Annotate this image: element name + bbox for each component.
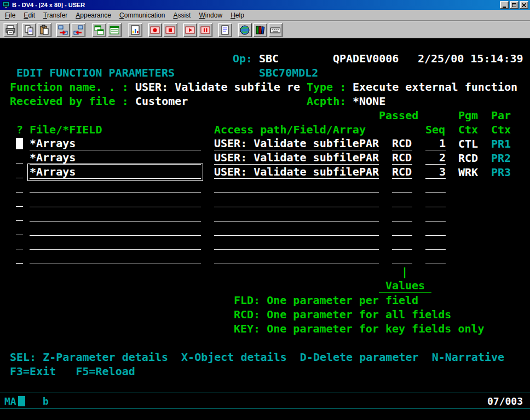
- seq-input-field[interactable]: [425, 237, 446, 250]
- file-input-field[interactable]: [30, 251, 201, 264]
- file-header: File/*FIELD: [30, 122, 102, 137]
- minimize-button[interactable]: [500, 1, 509, 9]
- acpth-value: *NONE: [353, 94, 385, 108]
- seq-input-field[interactable]: [425, 194, 446, 207]
- file-input-field[interactable]: [30, 223, 201, 236]
- maximize-button[interactable]: [510, 1, 519, 9]
- copy-button[interactable]: [22, 23, 36, 37]
- passed-input-field[interactable]: RCD: [392, 151, 412, 165]
- access-path-value: USER: Validate subfilePAR: [214, 165, 379, 178]
- pause-macro-icon: [200, 25, 211, 36]
- window-list-button[interactable]: [107, 23, 122, 37]
- close-button[interactable]: [520, 1, 528, 9]
- seq-input-field[interactable]: [425, 251, 446, 264]
- sel-input-field[interactable]: [16, 223, 23, 235]
- maximize-icon: [512, 3, 516, 7]
- file-value: *Arrays: [30, 165, 76, 178]
- play-macro-button[interactable]: [183, 23, 197, 37]
- passed-input-field[interactable]: RCD: [392, 137, 412, 150]
- sel-input-field[interactable]: [16, 251, 23, 264]
- passed-input-field[interactable]: [392, 237, 412, 250]
- received-by-row: Received by file : Customer Acpth: *NONE: [0, 94, 530, 108]
- web-browser-button[interactable]: [238, 23, 252, 37]
- file-input-field[interactable]: *Arrays: [30, 151, 201, 165]
- title-bar: B - DV4 - [24 x 80] - USER: [0, 0, 530, 10]
- menu-communication[interactable]: Communication: [119, 11, 165, 19]
- chart-icon: [130, 25, 141, 36]
- paste-button[interactable]: [37, 23, 51, 37]
- par-ctx-value: PR3: [491, 165, 511, 179]
- menu-edit[interactable]: Edit: [24, 11, 35, 19]
- access-path-input-field[interactable]: USER: Validate subfilePAR: [214, 151, 379, 165]
- record-macro-icon: [149, 25, 160, 36]
- keyboard-map-button[interactable]: [268, 23, 283, 37]
- passed-input-field[interactable]: [392, 223, 412, 236]
- stop-macro-icon: [165, 25, 176, 36]
- passed-input-field[interactable]: [392, 251, 412, 264]
- chart-button[interactable]: [128, 23, 142, 37]
- library-button[interactable]: [253, 23, 267, 37]
- menu-help[interactable]: Help: [231, 11, 244, 19]
- menu-assist[interactable]: Assist: [173, 11, 191, 19]
- print-screen-button[interactable]: [3, 23, 18, 37]
- receive-file-button[interactable]: [71, 23, 85, 37]
- seq-input-field[interactable]: [425, 223, 446, 236]
- seq-input-field[interactable]: 2: [425, 151, 446, 165]
- values-pointer: |: [401, 265, 408, 279]
- seq-input-field[interactable]: 1: [425, 137, 446, 150]
- seq-input-field[interactable]: [425, 208, 446, 221]
- terminal-screen: Op: SBC QPADEV0006 2/25/00 15:14:39 EDIT…: [0, 38, 530, 420]
- legend-row: RCD: One parameter for all fields: [0, 307, 530, 322]
- send-file-button[interactable]: [56, 23, 70, 37]
- sel-header: ?: [16, 122, 23, 137]
- sel-options-row: SEL: Z-Parameter details X-Object detail…: [0, 350, 530, 364]
- sel-input-field[interactable]: [16, 208, 23, 221]
- pause-macro-button[interactable]: [198, 23, 212, 37]
- access-path-input-field[interactable]: USER: Validate subfilePAR: [214, 166, 379, 179]
- legend-key: KEY: One parameter for key fields only: [234, 322, 485, 336]
- file-input-field[interactable]: [30, 237, 201, 250]
- sel-input-field[interactable]: [16, 166, 23, 178]
- menu-file[interactable]: File: [5, 11, 15, 19]
- record-macro-button[interactable]: [148, 23, 162, 37]
- pgm-ctx-value: RCD: [458, 151, 478, 165]
- notepad-button[interactable]: [218, 23, 232, 37]
- access-path-input-field[interactable]: [214, 180, 379, 193]
- window-list-icon: [109, 25, 120, 36]
- sel-input-field[interactable]: [16, 151, 23, 164]
- timestamp: 2/25/00 15:14:39: [418, 51, 523, 66]
- access-path-input-field[interactable]: [214, 223, 379, 236]
- table-header-row-1: Passed Pgm Par: [0, 108, 530, 122]
- send-file-icon: [57, 25, 68, 36]
- passed-input-field[interactable]: [392, 180, 412, 193]
- op-value: SBC: [259, 51, 279, 66]
- library-icon: [255, 25, 266, 36]
- sel-input-field[interactable]: [16, 180, 23, 192]
- access-path-input-field[interactable]: [214, 194, 379, 207]
- menu-window[interactable]: Window: [199, 11, 222, 19]
- passed-input-field[interactable]: [392, 194, 412, 207]
- stop-macro-button[interactable]: [163, 23, 177, 37]
- access-path-input-field[interactable]: [214, 208, 379, 221]
- passed-input-field[interactable]: [392, 208, 412, 221]
- access-path-input-field[interactable]: USER: Validate subfilePAR: [214, 137, 379, 150]
- menu-appearance[interactable]: Appearance: [76, 11, 111, 19]
- access-path-input-field[interactable]: [214, 237, 379, 250]
- screen-title: EDIT FUNCTION PARAMETERS: [16, 66, 175, 80]
- file-input-field[interactable]: [30, 180, 201, 193]
- menu-transfer[interactable]: Transfer: [43, 11, 67, 19]
- multiple-sessions-button[interactable]: [92, 23, 106, 37]
- file-input-field[interactable]: *Arrays: [30, 137, 201, 150]
- file-input-field[interactable]: [30, 208, 201, 221]
- sel-input-field[interactable]: [16, 194, 23, 207]
- file-input-field-focused[interactable]: *Arrays: [30, 166, 201, 179]
- sel-input-field[interactable]: [16, 237, 23, 249]
- seq-value: 2: [439, 151, 446, 164]
- seq-input-field[interactable]: 3: [425, 166, 446, 179]
- file-input-field[interactable]: [30, 194, 201, 207]
- legend-fld: FLD: One parameter per field: [234, 293, 418, 307]
- access-path-input-field[interactable]: [214, 251, 379, 264]
- app-icon[interactable]: [2, 1, 10, 9]
- passed-input-field[interactable]: RCD: [392, 166, 412, 179]
- seq-input-field[interactable]: [425, 180, 446, 193]
